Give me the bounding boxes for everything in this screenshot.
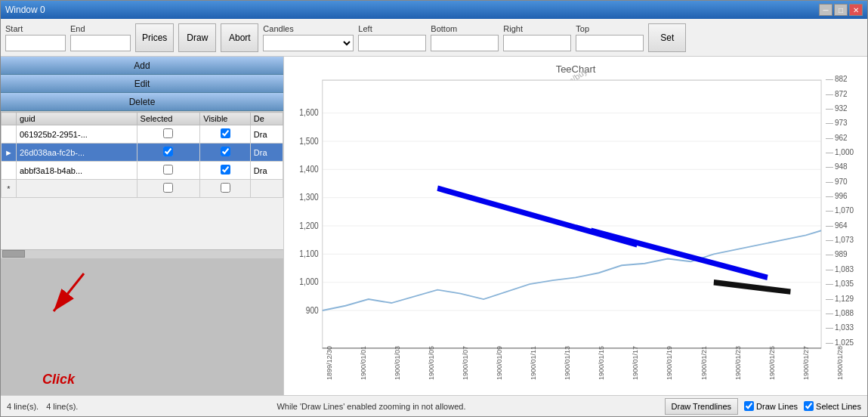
svg-text:1,600: 1,600 (299, 107, 318, 117)
bottom-input[interactable] (431, 35, 499, 51)
prices-button[interactable]: Prices (135, 23, 174, 52)
selected-checkbox[interactable] (163, 147, 173, 156)
select-lines-checkbox[interactable] (804, 401, 814, 411)
col-selected: Selected (137, 113, 200, 125)
select-lines-label[interactable]: Select Lines (804, 401, 861, 411)
y-label-right: —1,088 (826, 309, 867, 317)
set-button[interactable]: Set (648, 23, 686, 52)
x-label: 1900/01/11 (530, 346, 537, 380)
status-message: While 'Draw Lines' enabled zooming in no… (85, 402, 656, 411)
selected-checkbox[interactable] (163, 128, 173, 138)
x-label: 1900/01/23 (734, 346, 742, 380)
y-label-right: —1,073 (826, 236, 867, 244)
col-visible: Visible (200, 113, 251, 125)
svg-text:1,300: 1,300 (299, 192, 318, 202)
svg-text:1,000: 1,000 (299, 276, 318, 286)
visible-checkbox[interactable] (221, 183, 230, 193)
cell-guid: 26d038aa-fc2b-... (16, 144, 137, 162)
left-input[interactable] (358, 35, 426, 51)
selected-checkbox[interactable] (163, 165, 173, 175)
cell-visible[interactable] (200, 144, 251, 162)
table-row[interactable]: * (2, 180, 283, 198)
draw-lines-text: Draw Lines (756, 402, 798, 411)
draw-button[interactable]: Draw (178, 23, 216, 52)
cell-de: Dra (250, 144, 283, 162)
x-label: 1900/01/01 (360, 346, 367, 380)
y-label-right: —1,070 (826, 206, 867, 215)
table-container: guid Selected Visible De 061925b2-2951-.… (1, 111, 283, 249)
y-label-right: —962 (826, 134, 867, 142)
draw-lines-label[interactable]: Draw Lines (744, 401, 798, 411)
y-label-right: —1,035 (826, 280, 867, 288)
svg-text:1,400: 1,400 (299, 164, 318, 174)
cell-selected[interactable] (137, 162, 200, 180)
candles-select[interactable] (263, 35, 354, 51)
cell-visible[interactable] (200, 162, 251, 180)
cell-selected[interactable] (137, 180, 200, 198)
scroll-thumb[interactable] (2, 250, 25, 258)
cell-selected[interactable] (137, 125, 200, 144)
left-group: Left (358, 24, 426, 51)
x-label: 1899/12/30 (326, 346, 333, 380)
abort-button[interactable]: Abort (221, 23, 258, 52)
restore-button[interactable]: □ (834, 4, 848, 16)
start-input[interactable] (5, 35, 66, 51)
click-arrow-svg (23, 258, 175, 334)
edit-button[interactable]: Edit (1, 75, 283, 93)
start-label: Start (5, 24, 23, 33)
minimize-button[interactable]: ─ (819, 4, 832, 16)
right-label: Right (503, 24, 571, 33)
start-group: Start (5, 24, 66, 51)
x-label: 1900/01/15 (598, 346, 605, 380)
top-group: Top (576, 24, 644, 51)
table-row[interactable]: ► 26d038aa-fc2b-... Dra (2, 144, 283, 162)
title-bar: Window 0 ─ □ ✕ (1, 1, 867, 19)
window-title: Window 0 (5, 5, 45, 15)
x-label: 1900/01/27 (802, 346, 810, 380)
y-label-right: —996 (826, 192, 867, 200)
top-input[interactable] (576, 35, 644, 51)
selected-checkbox[interactable] (163, 183, 173, 193)
cell-guid: 061925b2-2951-... (16, 125, 137, 144)
left-label: Left (358, 24, 426, 33)
end-input[interactable] (70, 35, 131, 51)
chart-area: TeeChart This is an EVALUATION version o… (284, 57, 867, 395)
add-button[interactable]: Add (1, 57, 283, 75)
right-input[interactable] (503, 35, 571, 51)
x-label: 1900/01/21 (700, 346, 708, 380)
cell-visible[interactable] (200, 180, 251, 198)
y-label-right: —1,000 (826, 148, 867, 156)
svg-line-1 (54, 273, 84, 311)
draw-trendlines-button[interactable]: Draw Trendlines (665, 398, 738, 415)
click-label: Click (42, 372, 75, 388)
x-axis-labels: 1899/12/30 1900/01/01 1900/01/03 1900/01… (326, 342, 822, 388)
bottom-label: Bottom (431, 24, 499, 33)
cell-selected[interactable] (137, 144, 200, 162)
close-button[interactable]: ✕ (849, 4, 863, 16)
table-row[interactable]: abbf3a18-b4ab... Dra (2, 162, 283, 180)
table-row[interactable]: 061925b2-2951-... Dra (2, 125, 283, 144)
visible-checkbox[interactable] (221, 128, 230, 138)
row-indicator (2, 125, 17, 144)
y-label-right: —1,083 (826, 265, 867, 273)
visible-checkbox[interactable] (221, 147, 230, 156)
y-label-right: —882 (826, 75, 867, 83)
cell-guid (16, 180, 137, 198)
horizontal-scrollbar[interactable] (1, 249, 283, 258)
right-group: Right (503, 24, 571, 51)
visible-checkbox[interactable] (221, 165, 230, 175)
svg-text:1,100: 1,100 (299, 249, 318, 258)
x-label: 1900/01/09 (496, 346, 503, 380)
svg-rect-4 (323, 80, 821, 348)
draw-lines-checkbox[interactable] (744, 401, 754, 411)
x-label: 1900/01/19 (666, 346, 673, 380)
candles-label: Candles (263, 24, 354, 33)
top-label: Top (576, 24, 644, 33)
delete-button[interactable]: Delete (1, 93, 283, 111)
cell-visible[interactable] (200, 125, 251, 144)
right-panel: TeeChart This is an EVALUATION version o… (284, 57, 867, 395)
status-left: 4 line(s). (7, 402, 39, 411)
svg-text:900: 900 (306, 305, 319, 315)
y-label-right: —1,129 (826, 295, 867, 303)
col-de: De (250, 113, 283, 125)
